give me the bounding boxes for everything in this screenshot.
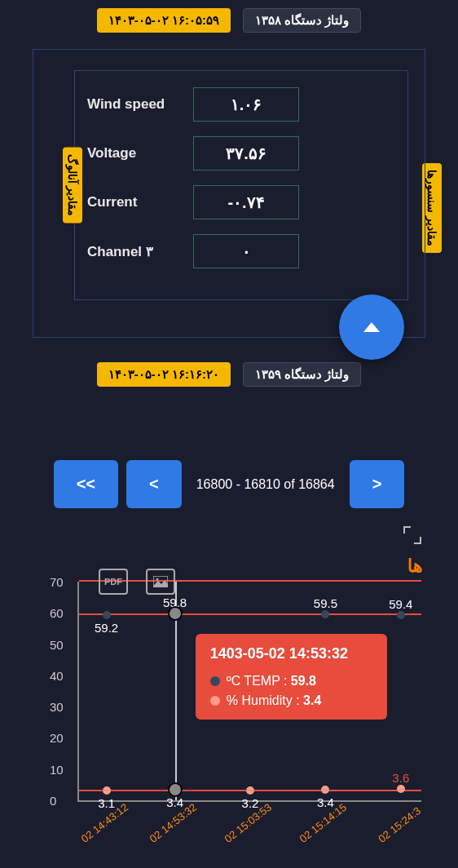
- data-point[interactable]: [397, 611, 405, 619]
- tooltip-row: ºC TEMP : 59.8: [210, 674, 372, 689]
- field-row: Current-۰.۷۴: [87, 185, 395, 219]
- pagination: << < 16800 - 16810 of 16864 >: [0, 460, 458, 508]
- field-label: Current: [87, 194, 193, 210]
- data-point[interactable]: [246, 786, 254, 795]
- timestamp-badge: ۱۴۰۳-۰۵-۰۲ ۱۶:۰۵:۵۹: [97, 8, 231, 33]
- chart-container: ها PDF 01020304050607002 14:43:1202 14:5…: [20, 549, 438, 841]
- first-page-button[interactable]: <<: [54, 460, 118, 508]
- y-tick: 40: [50, 668, 64, 682]
- data-point[interactable]: [103, 786, 111, 795]
- y-tick: 50: [50, 637, 64, 651]
- line-chart[interactable]: 01020304050607002 14:43:1202 14:53:3202 …: [77, 564, 421, 841]
- data-label: 59.5: [314, 596, 337, 610]
- device-badge-2: ولتاژ دستگاه ۱۳۵۹: [243, 362, 361, 387]
- prev-page-button[interactable]: <: [126, 460, 182, 508]
- scroll-up-fab[interactable]: [339, 294, 404, 360]
- fullscreen-icon[interactable]: [403, 526, 421, 544]
- field-label: Channel ۳: [87, 243, 193, 260]
- export-pdf-button[interactable]: PDF: [99, 569, 128, 595]
- data-point[interactable]: [103, 611, 111, 619]
- highlight-marker: [168, 782, 183, 797]
- analog-values-box: مقادیر آنالوگ Wind speed۱.۰۶Voltage۳۷.۵۶…: [74, 70, 408, 300]
- field-row: Wind speed۱.۰۶: [87, 87, 395, 122]
- next-page-button[interactable]: >: [350, 460, 405, 508]
- y-tick: 20: [50, 731, 64, 745]
- series-dot-icon: [210, 676, 220, 686]
- top-badge-row: ۱۴۰۳-۰۵-۰۲ ۱۶:۰۵:۵۹ ولتاژ دستگاه ۱۳۵۸: [0, 8, 458, 33]
- series-dot-icon: [210, 696, 220, 706]
- device-badge: ولتاژ دستگاه ۱۳۵۸: [243, 8, 361, 33]
- analog-values-label: مقادیر آنالوگ: [63, 148, 82, 224]
- svg-point-1: [156, 578, 159, 581]
- tooltip-row: % Humidity : 3.4: [210, 693, 372, 708]
- field-value: -۰.۷۴: [193, 185, 299, 219]
- data-label: 3.6: [392, 771, 409, 785]
- field-value: ۳۷.۵۶: [193, 136, 299, 170]
- data-label: 59.2: [95, 621, 118, 635]
- y-tick: 60: [50, 606, 64, 620]
- chart-tooltip: 1403-05-02 14:53:32ºC TEMP : 59.8% Humid…: [196, 634, 387, 720]
- data-label: 3.1: [98, 796, 115, 810]
- bottom-badge-row: ۱۴۰۳-۰۵-۰۲ ۱۶:۱۶:۲۰ ولتاژ دستگاه ۱۳۵۹: [0, 362, 458, 387]
- readings-panel: مقادیر آنالوگ Wind speed۱.۰۶Voltage۳۷.۵۶…: [33, 49, 425, 338]
- data-label: 3.2: [242, 796, 259, 810]
- x-tick: 02 15:24:3: [376, 804, 423, 845]
- data-point[interactable]: [321, 786, 329, 794]
- field-value: ۱.۰۶: [193, 87, 299, 122]
- y-tick: 30: [50, 700, 64, 714]
- field-label: Wind speed: [87, 96, 193, 113]
- data-label: 59.4: [389, 596, 412, 610]
- page-range-text: 16800 - 16810 of 16864: [190, 460, 341, 508]
- field-row: Voltage۳۷.۵۶: [87, 136, 395, 170]
- data-point[interactable]: [397, 785, 405, 793]
- y-tick: 10: [50, 762, 64, 776]
- tooltip-title: 1403-05-02 14:53:32: [210, 645, 372, 662]
- y-tick: 70: [50, 575, 64, 589]
- data-label: 3.4: [166, 795, 183, 809]
- field-value: ۰: [193, 234, 299, 268]
- data-label: 3.4: [317, 795, 334, 809]
- field-label: Voltage: [87, 145, 193, 162]
- y-tick: 0: [50, 794, 56, 808]
- field-row: Channel ۳۰: [87, 234, 395, 268]
- highlight-marker: [168, 606, 183, 621]
- export-image-button[interactable]: [146, 569, 175, 595]
- data-point[interactable]: [321, 610, 329, 618]
- timestamp-badge-2: ۱۴۰۳-۰۵-۰۲ ۱۶:۱۶:۲۰: [97, 362, 231, 387]
